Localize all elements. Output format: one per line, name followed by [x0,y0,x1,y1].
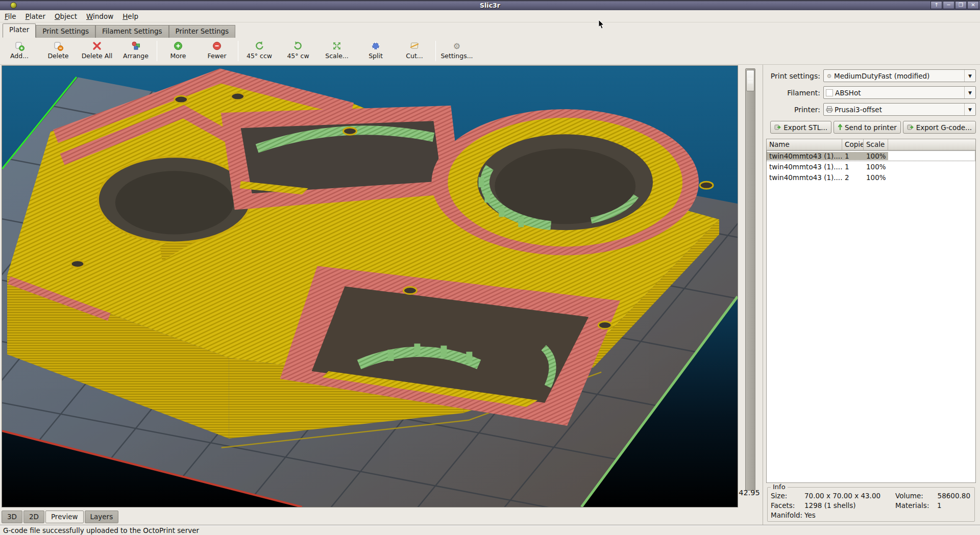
delete-button[interactable]: Delete [39,39,78,63]
menu-object[interactable]: Object [50,11,82,22]
layer-height-value: 42.95 [736,489,763,497]
materials-label: Materials: [895,501,937,509]
tab-filament-settings[interactable]: Filament Settings [95,25,169,38]
print-settings-combobox[interactable]: ⚙ MediumDutyFast (modified) ▼ [823,69,976,82]
shade-button[interactable]: ↑ [930,1,942,9]
toolbar-separator [157,41,157,61]
column-header-scale[interactable]: Scale [864,139,888,150]
print-settings-row: Print settings: ⚙ MediumDutyFast (modifi… [766,69,976,82]
menu-file[interactable]: File [0,11,21,22]
filament-color-swatch [826,89,833,96]
add-button[interactable]: Add... [0,39,39,63]
maximize-button[interactable]: ❐ [955,1,967,9]
view-mode-tabs: 3D 2D Preview Layers [0,509,763,525]
fewer-button[interactable]: Fewer [198,39,236,63]
statusbar: G-code file successfully uploaded to the… [0,525,980,535]
gear-icon: ⚙ [826,72,832,79]
delete-all-icon [92,41,102,51]
rotate-ccw-button[interactable]: 45° ccw [240,39,279,63]
send-to-printer-button[interactable]: Send to printer [834,121,901,134]
export-gcode-button[interactable]: Export G-code... [903,121,976,134]
filament-combobox[interactable]: ABSHot ▼ [823,86,976,99]
printer-icon [826,106,833,113]
cut-button[interactable]: Cut... [395,39,434,63]
svg-text:⚙: ⚙ [827,73,832,80]
objects-table: Name Copies Scale twin40mmto43 (1).... 1… [766,139,976,483]
fewer-icon [212,41,222,51]
filament-row: Filament: ABSHot ▼ [766,86,976,99]
view-tab-2d[interactable]: 2D [23,511,44,523]
table-row[interactable]: twin40mmto43 (1).... 1 100% [767,161,975,172]
tab-plater[interactable]: Plater [3,23,36,38]
layer-slider-column: 42.95 [739,65,763,509]
view-tab-preview[interactable]: Preview [45,511,84,523]
dropdown-arrow-icon[interactable]: ▼ [964,70,975,82]
menu-window[interactable]: Window [82,11,118,22]
menu-plater[interactable]: Plater [21,11,50,22]
scale-icon [332,41,342,51]
info-box: Info Size: 70.00 x 70.00 x 43.00 Volume:… [767,487,975,522]
main-area: 42.95 3D 2D Preview Layers Print setting… [0,65,980,525]
settings-icon: ⚙ [452,41,462,51]
toolbar-separator [435,41,436,61]
export-buttons-row: Export STL... Send to printer Export G-c… [766,121,976,134]
export-stl-button[interactable]: Export STL... [770,121,831,134]
column-header-name[interactable]: Name [767,139,842,150]
more-button[interactable]: More [159,39,198,63]
layer-slider-handle[interactable] [746,70,754,91]
size-label: Size: [771,492,804,500]
dropdown-arrow-icon[interactable]: ▼ [964,87,975,98]
view-tab-3d[interactable]: 3D [2,511,22,523]
circular-recess-floor [115,171,234,234]
upload-arrow-icon [838,124,843,131]
close-button[interactable]: ✕ [967,1,979,9]
table-header: Name Copies Scale [767,139,975,150]
manifold-label: Manifold: [771,511,804,519]
printer-row: Printer: Prusai3-offset ▼ [766,103,976,116]
preview-column: 42.95 3D 2D Preview Layers [0,65,763,525]
rotate-cw-button[interactable]: 45° cw [279,39,317,63]
export-icon [907,124,914,131]
facets-value: 1298 (1 shells) [804,501,895,509]
printer-label: Printer: [766,106,823,114]
slic3r-window: Slic3r ↑ − ❐ ✕ File Plater Object Window… [0,0,980,535]
column-header-copies[interactable]: Copies [842,139,864,150]
opening-top [221,106,461,210]
split-icon [371,41,381,51]
table-row[interactable]: twin40mmto43 (1).... 1 100% [767,150,975,161]
more-icon [173,41,183,51]
rotate-ccw-icon [254,41,264,51]
add-icon [14,41,24,51]
tab-print-settings[interactable]: Print Settings [36,25,95,38]
toolbar-separator [238,41,238,61]
tabbar: Plater Print Settings Filament Settings … [0,23,980,38]
window-title: Slic3r [0,2,980,9]
titlebar: Slic3r ↑ − ❐ ✕ [0,0,980,10]
scale-button[interactable]: Scale... [317,39,356,63]
delete-all-button[interactable]: Delete All [78,39,116,63]
settings-button[interactable]: ⚙ Settings... [437,39,476,63]
layer-slider-track[interactable] [745,68,755,491]
split-button[interactable]: Split [356,39,395,63]
tab-printer-settings[interactable]: Printer Settings [169,25,236,38]
arrange-icon [131,41,141,51]
gcode-preview [2,66,738,507]
column-header-filler [888,139,975,150]
menu-help[interactable]: Help [118,11,143,22]
volume-label: Volume: [895,492,937,500]
printer-combobox[interactable]: Prusai3-offset ▼ [823,103,976,116]
volume-value: 58600.80 [937,492,971,500]
arrange-button[interactable]: Arrange [116,39,155,63]
manifold-value: Yes [804,511,895,519]
rotate-cw-icon [293,41,303,51]
materials-value: 1 [937,501,971,509]
svg-text:⚙: ⚙ [453,41,460,51]
cylinder [431,109,699,255]
right-panel: Print settings: ⚙ MediumDutyFast (modifi… [763,65,980,525]
window-controls: ↑ − ❐ ✕ [930,1,979,9]
minimize-button[interactable]: − [943,1,954,9]
3d-preview-canvas[interactable] [2,65,738,507]
view-tab-layers[interactable]: Layers [85,511,119,523]
table-row[interactable]: twin40mmto43 (1).... 2 100% [767,172,975,183]
dropdown-arrow-icon[interactable]: ▼ [964,104,975,115]
